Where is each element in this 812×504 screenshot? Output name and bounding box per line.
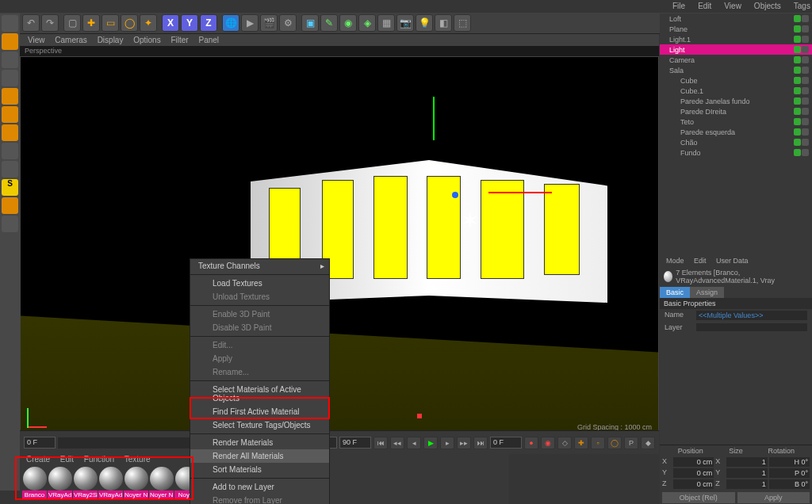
object-manager[interactable]: LoftPlaneLight.1LightCameraSalaCubeCube.… (660, 13, 812, 255)
viewport-menu[interactable]: View Cameras Display Options Filter Pane… (20, 34, 659, 46)
y-axis-arrow[interactable] (433, 97, 435, 140)
go-end-icon[interactable]: ⏭ (473, 437, 488, 449)
move-tool-icon[interactable]: ✚ (82, 14, 100, 32)
tree-item[interactable]: Parede Janelas fundo (660, 96, 812, 106)
snap-icon[interactable]: S (2, 179, 18, 196)
3d-viewport[interactable]: ✶ Grid Spacing : 1000 cm (20, 56, 659, 435)
render-flag-icon[interactable] (802, 87, 809, 94)
axis-z-toggle[interactable]: Z (200, 14, 217, 32)
tag-icon[interactable]: ⬚ (454, 14, 471, 32)
material-item[interactable]: VRayAd (98, 467, 123, 499)
tree-item[interactable]: Parede DIreita (660, 106, 812, 116)
ctx-load-textures[interactable]: Load Textures (190, 277, 329, 290)
visibility-flag-icon[interactable] (794, 87, 801, 94)
record-icon[interactable]: ● (524, 437, 538, 449)
visibility-flag-icon[interactable] (794, 15, 801, 22)
timeline-bar[interactable]: 0 F 90 F ⋮ 0 F 90 F ⏮ ◂◂ ◂ ▶ ▸ ▸▸ ⏭ 0 F … (20, 430, 659, 454)
primitive-cube-icon[interactable]: ▣ (301, 14, 319, 32)
undo-icon[interactable]: ↶ (22, 14, 40, 32)
size-z-field[interactable]: 1 (726, 479, 767, 489)
ctx-find-first[interactable]: Find First Active Material (190, 405, 329, 418)
material-item[interactable]: Branco (22, 467, 47, 499)
go-start-icon[interactable]: ⏮ (373, 437, 388, 449)
select-tool-icon[interactable]: ▢ (63, 14, 81, 32)
timeline-scrub-start[interactable]: 0 F (24, 437, 56, 449)
key-scale-icon[interactable]: ▫ (591, 437, 605, 449)
recent-tool-icon[interactable]: ✦ (140, 14, 157, 32)
vp-menu-options[interactable]: Options (133, 36, 160, 44)
axis-mode-icon[interactable] (2, 143, 18, 159)
texture-mode-icon[interactable] (2, 52, 18, 68)
tree-item[interactable]: Loft (660, 13, 812, 24)
next-key-icon[interactable]: ▸▸ (457, 437, 471, 449)
render-flag-icon[interactable] (802, 108, 809, 115)
visibility-flag-icon[interactable] (794, 118, 801, 125)
ctx-sort-materials[interactable]: Sort Materials (190, 463, 329, 476)
menu-tags[interactable]: Tags (787, 0, 812, 13)
z-axis-handle[interactable] (452, 192, 458, 198)
vp-menu-filter[interactable]: Filter (170, 36, 188, 44)
coord-system-icon[interactable]: 🌐 (222, 14, 239, 32)
play-icon[interactable]: ▶ (423, 437, 438, 449)
visibility-flag-icon[interactable] (794, 56, 801, 63)
prev-key-icon[interactable]: ◂◂ (390, 437, 404, 449)
visibility-flag-icon[interactable] (794, 46, 801, 53)
attr-menu-userdata[interactable]: User Data (716, 257, 749, 265)
timeline-current-field[interactable]: 0 F (490, 437, 522, 449)
workplane-icon[interactable] (2, 70, 18, 86)
visibility-flag-icon[interactable] (794, 77, 801, 84)
mat-menu-edit[interactable]: Edit (60, 455, 74, 464)
rot-b-field[interactable]: B 0° (769, 479, 810, 489)
size-y-field[interactable]: 1 (726, 468, 767, 478)
next-frame-icon[interactable]: ▸ (440, 437, 454, 449)
light-gizmo-icon[interactable]: ✶ (461, 208, 479, 234)
pos-x-field[interactable]: 0 cm (673, 457, 714, 467)
autokey-icon[interactable]: ◉ (541, 437, 555, 449)
light-icon[interactable]: 💡 (416, 14, 433, 32)
axis-y-toggle[interactable]: Y (181, 14, 198, 32)
apply-button[interactable]: Apply (737, 492, 810, 503)
size-x-field[interactable]: 1 (726, 457, 767, 467)
key-param-icon[interactable]: P (624, 437, 638, 449)
tree-item[interactable]: Parede esquerda (660, 127, 812, 137)
render-flag-icon[interactable] (802, 97, 809, 105)
layer-field[interactable] (696, 323, 807, 331)
camera-icon[interactable]: 📷 (396, 14, 414, 32)
workplane-snap-icon[interactable] (2, 216, 18, 232)
generator-icon[interactable]: ◉ (339, 14, 357, 32)
render-flag-icon[interactable] (802, 46, 809, 53)
x-axis-arrow[interactable] (488, 192, 552, 193)
key-rot-icon[interactable]: ◯ (607, 437, 622, 449)
scale-tool-icon[interactable]: ▭ (102, 14, 119, 32)
tree-item[interactable]: Camera (660, 55, 812, 65)
name-field[interactable]: <<Multiple Values>> (696, 311, 807, 320)
ctx-render-materials[interactable]: Render Materials (190, 436, 329, 449)
attr-menu-mode[interactable]: Mode (666, 257, 684, 265)
timeline-end-field[interactable]: 90 F (339, 437, 371, 449)
tree-item[interactable]: Cube (660, 75, 812, 86)
render-flag-icon[interactable] (802, 25, 809, 32)
model-mode-icon[interactable] (2, 33, 18, 50)
menu-view[interactable]: View (718, 0, 748, 13)
tree-item[interactable]: Light.1 (660, 34, 812, 44)
vp-menu-view[interactable]: View (28, 36, 45, 44)
material-item[interactable]: VRay2Si (73, 467, 98, 499)
tree-item[interactable]: Fundo (660, 147, 812, 158)
visibility-flag-icon[interactable] (794, 108, 801, 115)
material-item[interactable]: VRayAd (48, 467, 72, 499)
mat-menu-texture[interactable]: Texture (124, 455, 151, 464)
visibility-flag-icon[interactable] (794, 67, 801, 74)
deformer-icon[interactable]: ◈ (358, 14, 376, 32)
render-flag-icon[interactable] (802, 118, 809, 125)
material-item[interactable]: Noyer N (124, 467, 148, 499)
pos-y-field[interactable]: 0 cm (673, 468, 714, 478)
ctx-add-to-layer[interactable]: Add to new Layer (190, 480, 329, 494)
render-flag-icon[interactable] (802, 15, 809, 22)
visibility-flag-icon[interactable] (794, 36, 801, 43)
render-flag-icon[interactable] (802, 56, 809, 63)
render-flag-icon[interactable] (802, 139, 809, 146)
point-mode-icon[interactable] (2, 88, 18, 105)
redo-icon[interactable]: ↷ (41, 14, 59, 32)
tab-assign[interactable]: Assign (690, 287, 724, 298)
pos-z-field[interactable]: 0 cm (673, 479, 714, 489)
